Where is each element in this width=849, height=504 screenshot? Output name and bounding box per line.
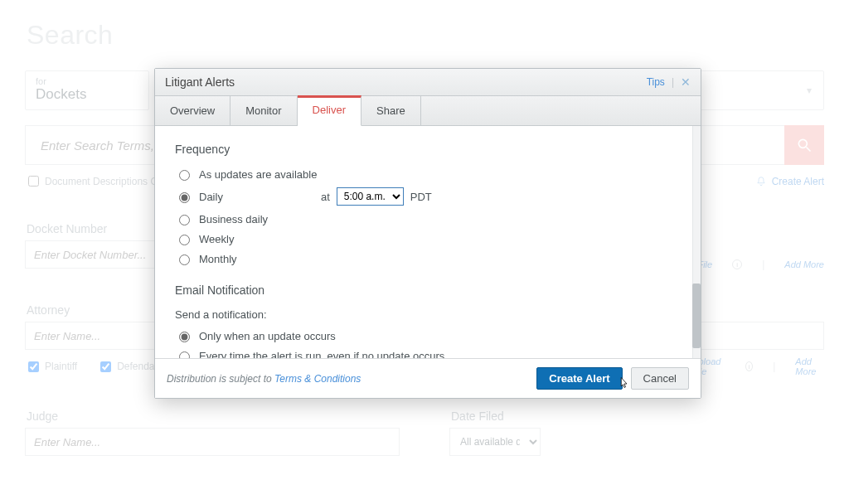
attorney-plaintiff-checkbox[interactable]: Plaintiff: [25, 359, 77, 375]
modal-body: Frequency As updates are available Daily…: [155, 126, 701, 358]
cancel-button[interactable]: Cancel: [631, 367, 689, 390]
modal-tabs: Overview Monitor Deliver Share: [155, 96, 701, 126]
terms-link[interactable]: Terms & Conditions: [274, 373, 361, 385]
date-filed-select[interactable]: All available dates: [449, 428, 541, 456]
link-separator: |: [762, 259, 764, 270]
freq-time-select[interactable]: 5:00 a.m.: [337, 187, 404, 206]
attorney-defendant-checkbox[interactable]: Defendant: [97, 359, 163, 375]
for-value: Dockets: [36, 86, 138, 103]
freq-business-daily[interactable]: Business daily: [175, 212, 681, 225]
modal-title: Litigant Alerts: [165, 75, 235, 89]
frequency-radio-group: As updates are available Daily at 5:00 a…: [175, 167, 681, 265]
modal-tips-link[interactable]: Tips: [647, 76, 665, 88]
email-heading: Email Notification: [175, 284, 681, 297]
modal-footer: Distribution is subject to Terms & Condi…: [155, 358, 701, 398]
tab-overview[interactable]: Overview: [155, 96, 230, 125]
svg-point-0: [798, 139, 807, 148]
email-only-update[interactable]: Only when an update occurs: [175, 329, 681, 342]
for-label: for: [36, 76, 138, 86]
freq-weekly[interactable]: Weekly: [175, 232, 681, 245]
add-more-link-right[interactable]: Add More: [795, 356, 824, 376]
create-alert-label: Create Alert: [772, 176, 824, 187]
modal-scrollbar[interactable]: [692, 126, 701, 358]
doc-desc-only-input[interactable]: [28, 176, 39, 187]
modal-scroll-thumb[interactable]: [692, 284, 701, 348]
litigant-alerts-modal: Litigant Alerts Tips | ✕ Overview Monito…: [154, 68, 701, 399]
tab-deliver[interactable]: Deliver: [298, 95, 361, 126]
for-dropdown[interactable]: for Dockets: [25, 70, 149, 110]
judge-input[interactable]: [25, 428, 400, 456]
freq-as-updates[interactable]: As updates are available: [175, 167, 681, 181]
freq-daily[interactable]: Daily: [175, 190, 223, 203]
modal-header-separator: |: [672, 76, 674, 88]
freq-at-label: at: [321, 191, 330, 203]
tab-monitor[interactable]: Monitor: [230, 96, 297, 125]
frequency-heading: Frequency: [175, 143, 681, 156]
email-radio-group: Only when an update occurs Every time th…: [175, 329, 681, 358]
svg-line-1: [807, 148, 811, 152]
close-icon[interactable]: ✕: [681, 75, 691, 89]
search-button[interactable]: [784, 125, 824, 165]
tab-share[interactable]: Share: [361, 96, 421, 125]
judge-label: Judge: [27, 410, 400, 423]
freq-tz: PDT: [410, 191, 432, 203]
send-notification-label: Send a notification:: [175, 308, 681, 321]
date-filed-label: Date Filed: [451, 410, 824, 423]
modal-header: Litigant Alerts Tips | ✕: [155, 69, 701, 96]
info-icon[interactable]: i: [745, 361, 753, 371]
email-every-time[interactable]: Every time the alert is run, even if no …: [175, 349, 681, 358]
bell-icon: [755, 176, 767, 187]
chevron-down-icon: ▾: [807, 85, 812, 96]
freq-monthly[interactable]: Monthly: [175, 252, 681, 265]
search-icon: [796, 137, 813, 153]
add-more-link[interactable]: Add More: [784, 259, 824, 269]
create-alert-button[interactable]: Create Alert: [536, 367, 622, 390]
page-title: Search: [27, 20, 824, 51]
dist-prefix: Distribution is subject to: [167, 373, 274, 385]
info-icon[interactable]: i: [732, 259, 742, 269]
create-alert-link[interactable]: Create Alert: [755, 176, 824, 187]
